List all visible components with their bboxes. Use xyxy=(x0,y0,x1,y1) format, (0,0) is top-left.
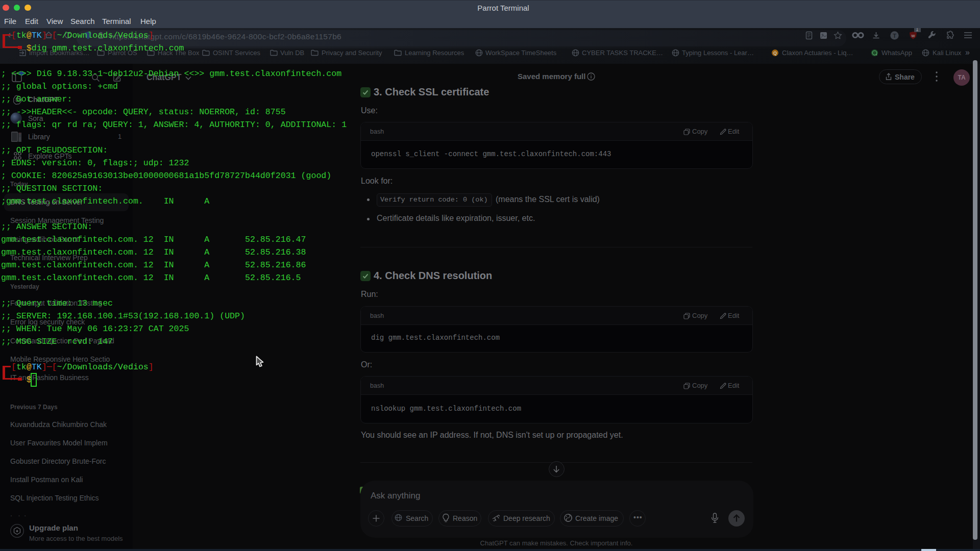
svg-text:Q: Q xyxy=(773,51,777,56)
svg-text:T: T xyxy=(893,33,896,39)
svg-text:w: w xyxy=(911,33,915,38)
